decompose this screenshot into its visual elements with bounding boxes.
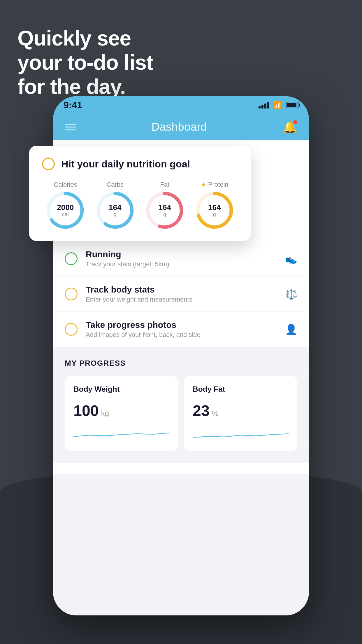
notification-button[interactable]: 🔔	[283, 120, 297, 134]
body-fat-title: Body Fat	[193, 385, 289, 394]
menu-button[interactable]	[65, 124, 76, 130]
body-weight-unit: kg	[101, 409, 109, 418]
body-weight-card[interactable]: Body Weight 100 kg	[65, 376, 178, 451]
nutrition-card: Hit your daily nutrition goal Calories 2…	[29, 146, 251, 241]
nutrition-checkbox[interactable]	[42, 158, 55, 170]
protein-item: ★ Protein 164 g	[196, 181, 233, 229]
status-time: 9:41	[64, 100, 82, 111]
nutrients-row: Calories 2000 cal Carbs	[42, 181, 238, 229]
todo-subtitle-photos: Add images of your front, back, and side	[86, 331, 277, 339]
wifi-icon: 📶	[273, 101, 282, 110]
calories-item: Calories 2000 cal	[46, 181, 84, 229]
carbs-item: Carbs 164 g	[96, 181, 134, 229]
todo-item-photos[interactable]: Take progress photos Add images of your …	[53, 312, 309, 347]
body-weight-chart	[73, 426, 169, 441]
carbs-unit: g	[109, 211, 121, 217]
battery-icon	[286, 102, 298, 108]
signal-icon	[259, 102, 269, 108]
progress-cards: Body Weight 100 kg Body Fat 23 %	[65, 376, 297, 451]
running-icon: 👟	[285, 253, 297, 265]
notification-dot	[293, 120, 297, 124]
protein-value: 164	[208, 203, 221, 212]
calories-label: Calories	[54, 181, 77, 188]
body-weight-value: 100	[73, 402, 99, 419]
calories-unit: cal	[57, 211, 74, 217]
app-header: Dashboard 🔔	[53, 114, 309, 140]
protein-unit: g	[208, 211, 221, 217]
star-icon: ★	[201, 181, 206, 188]
todo-item-body-stats[interactable]: Track body stats Enter your weight and m…	[53, 276, 309, 312]
protein-label: ★ Protein	[201, 181, 229, 188]
todo-checkbox-running[interactable]	[65, 252, 78, 265]
todo-checkbox-photos[interactable]	[65, 323, 78, 336]
body-fat-chart	[193, 426, 289, 441]
todo-title-body-stats: Track body stats	[86, 285, 277, 295]
body-fat-value: 23	[193, 402, 210, 419]
headline: Quickly see your to-do list for the day.	[17, 26, 153, 99]
body-stats-icon: ⚖️	[285, 288, 297, 300]
carbs-value: 164	[109, 203, 121, 212]
fat-label: Fat	[160, 181, 169, 188]
todo-title-photos: Take progress photos	[86, 320, 277, 330]
nutrition-card-title: Hit your daily nutrition goal	[61, 158, 190, 170]
fat-item: Fat 164 g	[146, 181, 184, 229]
todo-subtitle-body-stats: Enter your weight and measurements	[86, 296, 277, 303]
status-icons: 📶	[259, 101, 298, 110]
calories-donut: 2000 cal	[46, 191, 84, 229]
progress-section: MY PROGRESS Body Weight 100 kg Body Fat	[53, 347, 309, 463]
fat-unit: g	[159, 211, 171, 217]
protein-donut: 164 g	[196, 191, 233, 229]
carbs-donut: 164 g	[96, 191, 134, 229]
todo-item-running[interactable]: Running Track your stats (target: 5km) 👟	[53, 241, 309, 276]
status-bar: 9:41 📶	[53, 96, 309, 114]
body-fat-card[interactable]: Body Fat 23 %	[184, 376, 297, 451]
progress-header: MY PROGRESS	[65, 359, 297, 368]
body-weight-title: Body Weight	[73, 385, 169, 394]
header-title: Dashboard	[152, 121, 207, 133]
todo-checkbox-body-stats[interactable]	[65, 288, 78, 300]
calories-value: 2000	[57, 203, 74, 212]
todo-subtitle-running: Track your stats (target: 5km)	[86, 260, 277, 268]
todo-list: Running Track your stats (target: 5km) 👟…	[53, 241, 309, 347]
todo-title-running: Running	[86, 249, 277, 259]
fat-donut: 164 g	[146, 191, 184, 229]
fat-value: 164	[159, 203, 171, 212]
carbs-label: Carbs	[106, 181, 124, 188]
body-fat-unit: %	[212, 409, 219, 418]
photos-icon: 👤	[285, 323, 297, 335]
